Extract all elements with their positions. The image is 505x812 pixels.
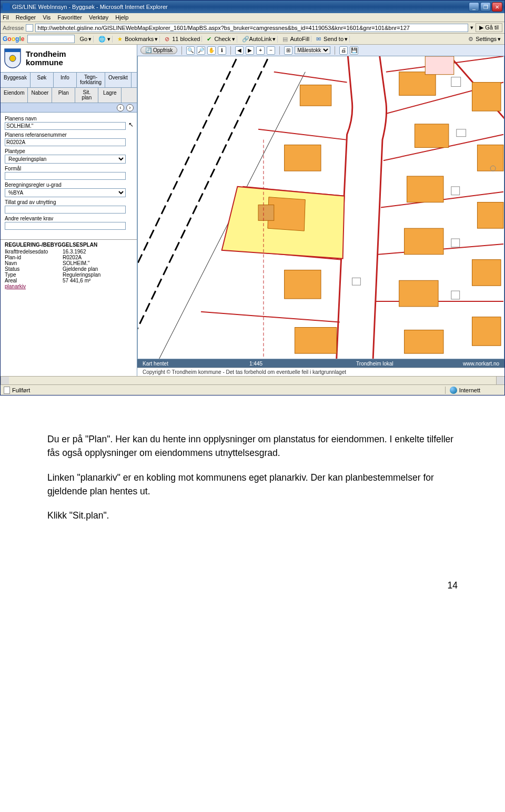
scroll-right-icon[interactable] (496, 377, 504, 384)
tool-save[interactable]: 💾 (350, 46, 358, 55)
menu-rediger[interactable]: Rediger (16, 14, 36, 21)
bookmarks-button[interactable]: ★Bookmarks ▾ (116, 36, 160, 43)
bereg-label: Beregningsregler u-grad (5, 182, 133, 188)
svg-rect-15 (477, 202, 503, 229)
planarkiv-link[interactable]: planarkiv (5, 283, 26, 289)
tool-zoom-in[interactable]: 🔍 (186, 46, 195, 55)
horizontal-scrollbar[interactable] (1, 376, 504, 384)
tab-byggesak[interactable]: Byggesak (1, 73, 31, 87)
svg-rect-18 (399, 280, 438, 307)
address-bar: Adresse ▾ ▶ Gå til (1, 22, 504, 34)
google-misc-button[interactable]: 🌐 ▾ (97, 36, 113, 43)
nav-fwd-button[interactable]: › (126, 104, 134, 111)
google-go-button[interactable]: Go ▾ (78, 36, 94, 43)
planens-navn-input[interactable] (5, 122, 126, 130)
tab-lagre[interactable]: Lagre (98, 88, 122, 103)
tab-sitplan[interactable]: Sit.plan (75, 88, 98, 103)
menu-hjelp[interactable]: Hjelp (115, 14, 128, 21)
tab-naboer[interactable]: Naboer (28, 88, 52, 103)
tab-info[interactable]: Info (54, 73, 77, 87)
svg-rect-13 (477, 145, 503, 171)
status-right: www.norkart.no (463, 361, 499, 367)
menu-verktoy[interactable]: Verktøy (89, 14, 108, 21)
page-icon (26, 24, 33, 32)
andre-input[interactable] (5, 222, 126, 230)
svg-rect-11 (472, 83, 501, 111)
crest-icon (4, 48, 22, 69)
svg-rect-10 (425, 56, 454, 75)
planens-navn-label: Planens navn (5, 116, 133, 121)
paragraph-1: Du er på "Plan". Her kan du hente inn op… (47, 432, 458, 460)
svg-rect-7 (285, 270, 321, 299)
go-button[interactable]: ▶ Gå til (476, 23, 502, 32)
tool-extent[interactable]: ⊞ (284, 46, 292, 55)
status-scale: 1:445 (249, 361, 356, 367)
formal-input[interactable] (5, 172, 126, 180)
svg-rect-9 (399, 72, 436, 96)
sendto-button[interactable]: ✉Send to ▾ (315, 36, 350, 43)
ie-icon (3, 3, 10, 11)
browser-status-bar: Fullført Internett (1, 384, 504, 395)
blocked-button[interactable]: ⊘11 blocked (163, 36, 202, 42)
sidebar: Trondheim kommune Byggesak Søk Info Tegn… (1, 45, 137, 376)
tab-plan[interactable]: Plan (52, 88, 75, 103)
nav-strip: ‹ › (1, 103, 137, 113)
nav-back-button[interactable]: ‹ (117, 104, 124, 111)
copyright: Copyright © Trondheim kommune - Det tas … (137, 368, 504, 376)
tool-info[interactable]: ℹ (218, 46, 226, 55)
menu-favoritter[interactable]: Favoritter (57, 14, 82, 21)
map-canvas[interactable] (137, 56, 504, 359)
autolink-button[interactable]: 🔗AutoLink ▾ (240, 36, 278, 43)
map-svg (138, 56, 504, 359)
maximize-button[interactable]: ❐ (480, 2, 491, 12)
zone-text: Internett (459, 387, 480, 393)
svg-rect-16 (405, 228, 443, 255)
tool-zoom-out[interactable]: 🔎 (197, 46, 205, 55)
document-body: Du er på "Plan". Her kan du hente inn op… (0, 395, 505, 522)
status-mid: Trondheim lokal (356, 361, 463, 367)
cursor-icon: ↖ (128, 121, 134, 128)
info-header: REGULERING-/BEBYGGELSESPLAN (5, 242, 133, 248)
svg-rect-20 (472, 317, 501, 346)
tab-eiendom[interactable]: Eiendom (1, 88, 28, 103)
tool-minus[interactable]: − (267, 46, 275, 55)
header: Trondheim kommune (1, 45, 137, 73)
oppfrisk-button[interactable]: 🔄Oppfrisk (140, 46, 177, 54)
tab-sok[interactable]: Søk (31, 73, 54, 87)
plantype-label: Plantype (5, 148, 133, 154)
url-input[interactable] (35, 24, 468, 32)
menu-fil[interactable]: Fil (3, 14, 9, 21)
tillat-input[interactable] (5, 206, 126, 214)
svg-rect-4 (285, 145, 321, 171)
tab-tegnforklaring[interactable]: Tegn-forklaring (77, 73, 105, 87)
svg-point-0 (9, 55, 16, 62)
close-button[interactable]: ✕ (492, 2, 502, 12)
tool-back[interactable]: ◀ (235, 46, 244, 55)
plantype-select[interactable]: Reguleringsplan (5, 155, 126, 164)
paragraph-2: Linken "planarkiv" er en kobling mot kom… (47, 471, 458, 499)
autofill-button[interactable]: ▤AutoFill (281, 36, 311, 42)
google-search-input[interactable] (27, 35, 75, 43)
tool-plus[interactable]: + (256, 46, 265, 55)
tool-print[interactable]: 🖨 (339, 46, 348, 55)
tab-oversikt[interactable]: Oversikt (105, 73, 132, 87)
refnr-input[interactable] (5, 138, 126, 146)
url-dropdown-icon[interactable]: ▾ (470, 24, 473, 31)
menu-vis[interactable]: Vis (43, 14, 50, 21)
plan-info-block: REGULERING-/BEBYGGELSESPLAN Ikrafttredel… (1, 239, 137, 291)
kommune-name: Trondheim kommune (26, 50, 66, 67)
scale-select[interactable]: Målestokk (295, 46, 330, 54)
minimize-button[interactable]: _ (469, 2, 479, 12)
browser-window: GIS/LINE WebInnsyn - Byggsøk - Microsoft… (0, 0, 505, 395)
tool-fwd[interactable]: ▶ (246, 46, 254, 55)
check-button[interactable]: ✔Check ▾ (205, 36, 237, 43)
scroll-left-icon[interactable] (1, 377, 9, 384)
svg-rect-24 (451, 239, 460, 247)
tool-pan[interactable]: ✋ (207, 46, 216, 55)
svg-rect-26 (352, 278, 360, 285)
settings-button[interactable]: ⚙Settings ▾ (467, 36, 502, 43)
bereg-select[interactable]: %BYA (5, 188, 126, 197)
app-content: Trondheim kommune Byggesak Søk Info Tegn… (1, 45, 504, 376)
svg-rect-19 (405, 330, 443, 353)
page-number: 14 (0, 533, 505, 591)
